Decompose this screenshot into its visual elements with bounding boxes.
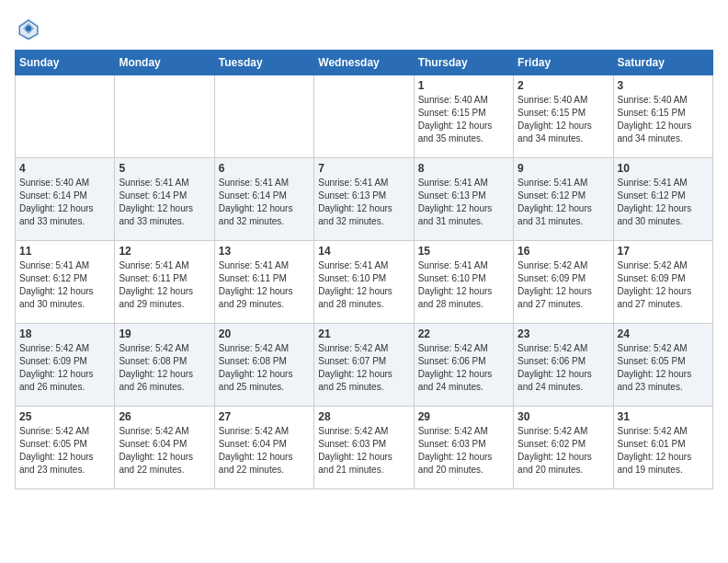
day-number: 8 <box>418 162 509 175</box>
calendar-cell: 19Sunrise: 5:42 AM Sunset: 6:08 PM Dayli… <box>115 324 214 407</box>
day-info: Sunrise: 5:42 AM Sunset: 6:08 PM Dayligh… <box>119 342 210 394</box>
calendar-cell: 5Sunrise: 5:41 AM Sunset: 6:14 PM Daylig… <box>115 158 214 241</box>
calendar-cell: 17Sunrise: 5:42 AM Sunset: 6:09 PM Dayli… <box>613 241 712 324</box>
day-number: 12 <box>119 245 210 258</box>
calendar-cell: 1Sunrise: 5:40 AM Sunset: 6:15 PM Daylig… <box>414 75 513 158</box>
calendar-cell: 23Sunrise: 5:42 AM Sunset: 6:06 PM Dayli… <box>514 324 613 407</box>
day-number: 21 <box>318 327 409 340</box>
svg-point-2 <box>26 26 31 31</box>
calendar-cell: 2Sunrise: 5:40 AM Sunset: 6:15 PM Daylig… <box>514 75 613 158</box>
day-info: Sunrise: 5:42 AM Sunset: 6:06 PM Dayligh… <box>518 342 609 394</box>
day-number: 16 <box>518 245 609 258</box>
day-number: 28 <box>318 410 409 423</box>
day-number: 15 <box>418 245 509 258</box>
day-info: Sunrise: 5:40 AM Sunset: 6:15 PM Dayligh… <box>618 94 709 145</box>
day-info: Sunrise: 5:41 AM Sunset: 6:14 PM Dayligh… <box>219 177 310 228</box>
calendar-week-row: 11Sunrise: 5:41 AM Sunset: 6:12 PM Dayli… <box>16 241 713 324</box>
day-info: Sunrise: 5:42 AM Sunset: 6:09 PM Dayligh… <box>518 259 609 311</box>
calendar-cell: 3Sunrise: 5:40 AM Sunset: 6:15 PM Daylig… <box>613 75 712 158</box>
day-info: Sunrise: 5:41 AM Sunset: 6:12 PM Dayligh… <box>618 177 709 228</box>
calendar-cell: 25Sunrise: 5:42 AM Sunset: 6:05 PM Dayli… <box>16 407 115 489</box>
calendar-cell: 12Sunrise: 5:41 AM Sunset: 6:11 PM Dayli… <box>115 241 214 324</box>
calendar-cell <box>115 75 214 158</box>
day-number: 2 <box>518 79 609 92</box>
day-info: Sunrise: 5:41 AM Sunset: 6:11 PM Dayligh… <box>119 259 210 311</box>
calendar-cell: 22Sunrise: 5:42 AM Sunset: 6:06 PM Dayli… <box>414 324 513 407</box>
calendar-cell: 24Sunrise: 5:42 AM Sunset: 6:05 PM Dayli… <box>613 324 712 407</box>
day-info: Sunrise: 5:40 AM Sunset: 6:15 PM Dayligh… <box>518 94 609 145</box>
day-header-wednesday: Wednesday <box>314 51 414 75</box>
day-number: 18 <box>19 327 110 340</box>
day-info: Sunrise: 5:42 AM Sunset: 6:01 PM Dayligh… <box>618 425 709 477</box>
day-info: Sunrise: 5:42 AM Sunset: 6:05 PM Dayligh… <box>19 425 110 477</box>
calendar-cell: 27Sunrise: 5:42 AM Sunset: 6:04 PM Dayli… <box>214 407 313 489</box>
day-number: 7 <box>318 162 409 175</box>
day-header-friday: Friday <box>514 51 613 75</box>
day-number: 1 <box>418 79 509 92</box>
logo-icon <box>15 15 42 42</box>
calendar-body: 1Sunrise: 5:40 AM Sunset: 6:15 PM Daylig… <box>16 75 713 489</box>
day-header-thursday: Thursday <box>414 51 513 75</box>
day-number: 29 <box>418 410 509 423</box>
calendar-cell: 18Sunrise: 5:42 AM Sunset: 6:09 PM Dayli… <box>16 324 115 407</box>
calendar-cell <box>214 75 313 158</box>
day-number: 3 <box>618 79 709 92</box>
day-number: 14 <box>318 245 409 258</box>
calendar-cell: 14Sunrise: 5:41 AM Sunset: 6:10 PM Dayli… <box>314 241 414 324</box>
calendar-cell: 4Sunrise: 5:40 AM Sunset: 6:14 PM Daylig… <box>16 158 115 241</box>
day-info: Sunrise: 5:42 AM Sunset: 6:09 PM Dayligh… <box>19 342 110 394</box>
calendar-cell: 8Sunrise: 5:41 AM Sunset: 6:13 PM Daylig… <box>414 158 513 241</box>
day-info: Sunrise: 5:41 AM Sunset: 6:12 PM Dayligh… <box>518 177 609 228</box>
day-number: 19 <box>119 327 210 340</box>
calendar-cell: 10Sunrise: 5:41 AM Sunset: 6:12 PM Dayli… <box>613 158 712 241</box>
day-number: 22 <box>418 327 509 340</box>
day-number: 24 <box>618 327 709 340</box>
calendar-cell: 9Sunrise: 5:41 AM Sunset: 6:12 PM Daylig… <box>514 158 613 241</box>
day-info: Sunrise: 5:42 AM Sunset: 6:03 PM Dayligh… <box>418 425 509 477</box>
day-info: Sunrise: 5:41 AM Sunset: 6:11 PM Dayligh… <box>219 259 310 311</box>
day-info: Sunrise: 5:42 AM Sunset: 6:02 PM Dayligh… <box>518 425 609 477</box>
day-number: 26 <box>119 410 210 423</box>
calendar-week-row: 4Sunrise: 5:40 AM Sunset: 6:14 PM Daylig… <box>16 158 713 241</box>
day-number: 31 <box>618 410 709 423</box>
day-info: Sunrise: 5:42 AM Sunset: 6:04 PM Dayligh… <box>219 425 310 477</box>
calendar-cell: 30Sunrise: 5:42 AM Sunset: 6:02 PM Dayli… <box>514 407 613 489</box>
day-info: Sunrise: 5:41 AM Sunset: 6:12 PM Dayligh… <box>19 259 110 311</box>
day-number: 20 <box>219 327 310 340</box>
day-info: Sunrise: 5:40 AM Sunset: 6:15 PM Dayligh… <box>418 94 509 145</box>
day-number: 11 <box>19 245 110 258</box>
calendar-cell <box>314 75 414 158</box>
calendar-cell: 11Sunrise: 5:41 AM Sunset: 6:12 PM Dayli… <box>16 241 115 324</box>
day-number: 5 <box>119 162 210 175</box>
day-number: 27 <box>219 410 310 423</box>
calendar-week-row: 25Sunrise: 5:42 AM Sunset: 6:05 PM Dayli… <box>16 407 713 489</box>
day-info: Sunrise: 5:42 AM Sunset: 6:08 PM Dayligh… <box>219 342 310 394</box>
day-info: Sunrise: 5:42 AM Sunset: 6:03 PM Dayligh… <box>318 425 409 477</box>
day-info: Sunrise: 5:41 AM Sunset: 6:10 PM Dayligh… <box>318 259 409 311</box>
calendar-cell: 7Sunrise: 5:41 AM Sunset: 6:13 PM Daylig… <box>314 158 414 241</box>
calendar-cell: 26Sunrise: 5:42 AM Sunset: 6:04 PM Dayli… <box>115 407 214 489</box>
day-info: Sunrise: 5:42 AM Sunset: 6:07 PM Dayligh… <box>318 342 409 394</box>
calendar-week-row: 1Sunrise: 5:40 AM Sunset: 6:15 PM Daylig… <box>16 75 713 158</box>
calendar-cell <box>16 75 115 158</box>
day-number: 10 <box>618 162 709 175</box>
calendar-cell: 13Sunrise: 5:41 AM Sunset: 6:11 PM Dayli… <box>214 241 313 324</box>
day-info: Sunrise: 5:41 AM Sunset: 6:13 PM Dayligh… <box>318 177 409 228</box>
day-number: 13 <box>219 245 310 258</box>
calendar-cell: 28Sunrise: 5:42 AM Sunset: 6:03 PM Dayli… <box>314 407 414 489</box>
calendar-cell: 31Sunrise: 5:42 AM Sunset: 6:01 PM Dayli… <box>613 407 712 489</box>
day-number: 25 <box>19 410 110 423</box>
day-info: Sunrise: 5:42 AM Sunset: 6:04 PM Dayligh… <box>119 425 210 477</box>
logo <box>15 15 46 42</box>
day-header-tuesday: Tuesday <box>214 51 313 75</box>
calendar-header-row: SundayMondayTuesdayWednesdayThursdayFrid… <box>16 51 713 75</box>
calendar-cell: 15Sunrise: 5:41 AM Sunset: 6:10 PM Dayli… <box>414 241 513 324</box>
day-info: Sunrise: 5:41 AM Sunset: 6:14 PM Dayligh… <box>119 177 210 228</box>
day-header-monday: Monday <box>115 51 214 75</box>
calendar-cell: 6Sunrise: 5:41 AM Sunset: 6:14 PM Daylig… <box>214 158 313 241</box>
page-header <box>15 15 713 42</box>
day-header-sunday: Sunday <box>16 51 115 75</box>
calendar-table: SundayMondayTuesdayWednesdayThursdayFrid… <box>15 50 713 489</box>
day-info: Sunrise: 5:42 AM Sunset: 6:05 PM Dayligh… <box>618 342 709 394</box>
calendar-cell: 20Sunrise: 5:42 AM Sunset: 6:08 PM Dayli… <box>214 324 313 407</box>
